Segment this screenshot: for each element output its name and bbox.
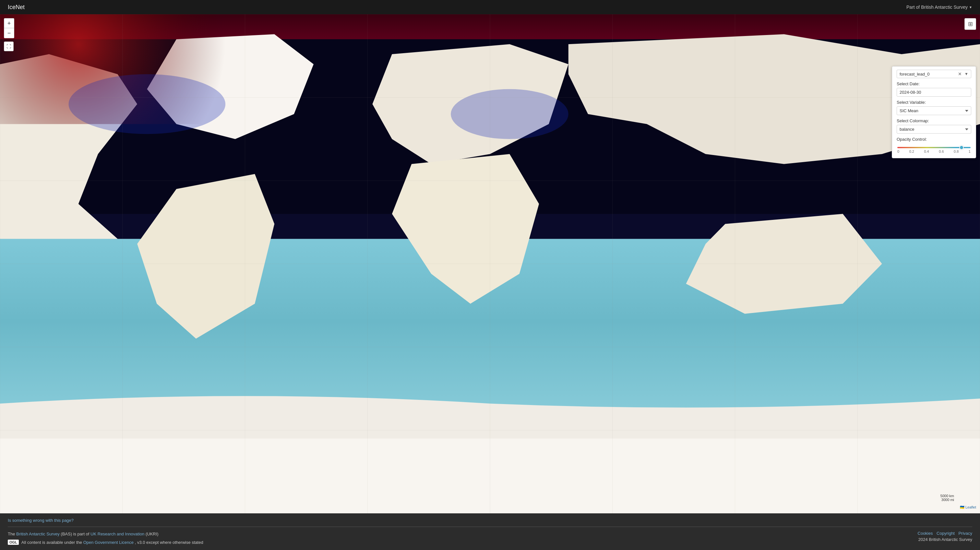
navbar: IceNet Part of British Antarctic Survey <box>0 0 980 14</box>
report-issue-link[interactable]: Is something wrong with this page? <box>8 518 972 523</box>
footer-links: Cookies Copyright Privacy <box>915 531 972 536</box>
map-canvas[interactable] <box>0 14 980 513</box>
fullscreen-icon: ⛶ <box>6 44 11 49</box>
scale-mi: 3000 mi <box>940 498 954 502</box>
forecast-tag-dropdown-icon[interactable]: ▼ <box>964 72 968 76</box>
copyright-link[interactable]: Copyright <box>937 531 955 536</box>
ogl-prefix: All content is available under the <box>21 540 82 545</box>
footer: Is something wrong with this page? The B… <box>0 513 980 550</box>
footer-desc-suffix: (UKRI) <box>146 531 159 536</box>
opacity-tick-04: 0.4 <box>924 149 929 153</box>
layer-button[interactable]: ⊞ <box>964 18 976 30</box>
select-date-label: Select Date: <box>897 81 971 86</box>
bas-link[interactable]: British Antarctic Survey <box>16 531 60 536</box>
opacity-tick-02: 0.2 <box>909 149 914 153</box>
leaflet-link[interactable]: Leaflet <box>966 505 976 509</box>
opacity-ticks: 0 0.2 0.4 0.6 0.8 1 <box>897 149 970 153</box>
ogl-text: All content is available under the Open … <box>21 540 203 545</box>
ogl-badge: OGL <box>8 540 19 545</box>
ukri-link[interactable]: UK Research and Innovation <box>91 531 144 536</box>
opacity-slider-container: 0 0.2 0.4 0.6 0.8 1 <box>897 144 971 153</box>
ogl-suffix: , v3.0 except where otherwise stated <box>135 540 203 545</box>
footer-left: The British Antarctic Survey (BAS) is pa… <box>8 531 915 545</box>
layers-icon: ⊞ <box>968 21 973 27</box>
forecast-tag: forecast_lead_0 ✕ ▼ <box>897 70 971 78</box>
cookies-link[interactable]: Cookies <box>918 531 933 536</box>
variable-select[interactable]: SIC Mean SIC Std Dev <box>897 107 971 115</box>
scale-bar: 5000 km 3000 mi <box>940 494 954 502</box>
zoom-in-button[interactable]: + <box>4 19 14 28</box>
forecast-tag-close-button[interactable]: ✕ <box>957 72 963 76</box>
footer-right: Cookies Copyright Privacy 2024 British A… <box>915 531 972 543</box>
footer-copyright: 2024 British Antarctic Survey <box>915 537 972 542</box>
partner-link[interactable]: Part of British Antarctic Survey <box>907 5 972 10</box>
footer-desc-mid: (BAS) is part of <box>60 531 89 536</box>
colormap-select[interactable]: balance viridis plasma <box>897 125 971 134</box>
privacy-link[interactable]: Privacy <box>958 531 972 536</box>
zoom-controls: + − <box>4 18 14 38</box>
leaflet-flag: 🇺🇦 <box>960 505 964 509</box>
fullscreen-button[interactable]: ⛶ <box>4 41 14 51</box>
select-variable-label: Select Variable: <box>897 100 971 105</box>
zoom-out-button[interactable]: − <box>4 28 14 38</box>
scale-km: 5000 km <box>940 494 954 498</box>
footer-desc-the: The <box>8 531 15 536</box>
opacity-slider[interactable] <box>897 147 970 148</box>
ogl-link[interactable]: Open Government Licence <box>83 540 134 545</box>
leaflet-credit: 🇺🇦 Leaflet <box>960 505 976 509</box>
date-input[interactable] <box>897 88 971 97</box>
opacity-tick-0: 0 <box>897 149 899 153</box>
opacity-label: Opacity Control: <box>897 137 971 142</box>
brand-logo: IceNet <box>8 4 25 11</box>
control-panel: forecast_lead_0 ✕ ▼ Select Date: Select … <box>892 66 976 158</box>
opacity-tick-08: 0.8 <box>954 149 959 153</box>
footer-main: The British Antarctic Survey (BAS) is pa… <box>8 531 972 545</box>
opacity-tick-06: 0.6 <box>939 149 944 153</box>
forecast-tag-label: forecast_lead_0 <box>900 72 930 76</box>
map-container: + − ⛶ ⊞ forecast_lead_0 ✕ ▼ Select Date:… <box>0 14 980 513</box>
opacity-tick-1: 1 <box>969 149 970 153</box>
ogl-row: OGL All content is available under the O… <box>8 540 915 545</box>
select-colormap-label: Select Colormap: <box>897 118 971 123</box>
footer-description: The British Antarctic Survey (BAS) is pa… <box>8 531 915 537</box>
